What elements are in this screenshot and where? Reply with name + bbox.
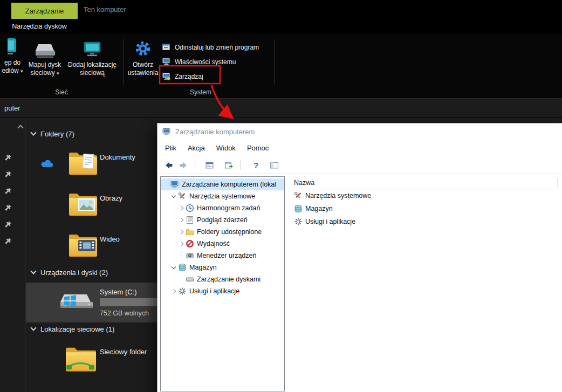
- ribbon-group-network-label: Sieć: [0, 88, 123, 96]
- network-folder-label: Sieciowy folder: [100, 348, 147, 356]
- export-list-button[interactable]: [222, 159, 236, 172]
- ribbon-separator: [274, 39, 275, 85]
- ribbon-group-system-label: System: [127, 88, 274, 96]
- ribbon-separator: [123, 39, 124, 85]
- address-bar[interactable]: puter: [0, 98, 562, 118]
- explorer-window-title: Ten komputer: [84, 0, 126, 19]
- onedrive-cloud-icon: [40, 157, 54, 168]
- folder-label: Dokumenty: [100, 153, 135, 161]
- tree-item-label: Usługi i aplikacje: [189, 287, 239, 295]
- list-item-narzędzia-systemowe[interactable]: Narzędzia systemowe: [290, 189, 561, 202]
- services-icon: [294, 217, 303, 226]
- list-item-label: Magazyn: [305, 205, 333, 212]
- map-network-drive-button[interactable]: Mapuj dysk sieciowy ▾: [25, 38, 65, 90]
- uninstall-icon: [162, 43, 171, 52]
- tree-item-label: Magazyn: [189, 264, 217, 271]
- folder-icon: [68, 191, 97, 216]
- tree-item-label: Narzędzia systemowe: [189, 192, 255, 200]
- eventlog-icon: [186, 216, 194, 224]
- clock-icon: [186, 204, 194, 212]
- menu-item-widok[interactable]: Widok: [216, 144, 236, 152]
- tree-item-label: Harmonogram zadań: [197, 204, 260, 212]
- list-item-magazyn[interactable]: Magazyn: [290, 202, 561, 215]
- expander-open-icon[interactable]: [170, 267, 177, 269]
- help-button[interactable]: ?: [249, 159, 263, 172]
- settings-gear-icon: [133, 38, 153, 58]
- computer-management-icon: [162, 127, 171, 136]
- tree-item-usługi-i-aplikacje[interactable]: Usługi i aplikacje: [161, 285, 284, 297]
- column-divider[interactable]: [557, 178, 558, 187]
- storage-icon: [178, 263, 187, 272]
- section-devices[interactable]: Urządzenia i dyski (2): [31, 269, 108, 277]
- ribbon-tab-manage-label: Zarządzanie: [25, 7, 64, 15]
- ribbon-tab-manage[interactable]: Zarządzanie: [11, 3, 78, 19]
- list-item-usługi-i-aplikacje[interactable]: Usługi i aplikacje: [290, 215, 561, 228]
- section-folders-label: Foldery (7): [40, 130, 74, 138]
- expander-closed-icon[interactable]: [177, 242, 184, 245]
- pin-icon: [4, 237, 12, 245]
- dropdown-caret-icon: ▾: [57, 71, 59, 76]
- media-icon: [8, 38, 17, 56]
- expander-open-icon[interactable]: [170, 196, 177, 197]
- section-devices-label: Urządzenia i dyski (2): [40, 269, 108, 277]
- console-window-button[interactable]: [203, 159, 216, 172]
- expander-closed-icon[interactable]: [177, 207, 184, 210]
- ribbon: ęp do ediów ▾ Mapuj dysk sieciowy ▾ Doda…: [0, 33, 562, 98]
- folder-label: Obrazy: [100, 194, 122, 202]
- tree-item-podgląd-zdarzeń[interactable]: Podgląd zdarzeń: [161, 214, 284, 226]
- ribbon-tab-disk-tools[interactable]: Narzędzia dysków: [4, 19, 74, 33]
- tree-item-label: Zarządzanie dyskami: [197, 276, 261, 283]
- systools-icon: [294, 191, 303, 200]
- menu-item-pomoc[interactable]: Pomoc: [247, 144, 269, 152]
- toolbar-separator: [195, 160, 195, 170]
- tree-item-harmonogram-zadań[interactable]: Harmonogram zadań: [161, 202, 284, 214]
- section-chevron-icon[interactable]: [30, 325, 36, 331]
- computer-management-window: Zarządzanie komputerem PlikAkcjaWidokPom…: [157, 123, 562, 392]
- toolbar-separator: [240, 160, 241, 170]
- list-column-header[interactable]: Nazwa: [290, 176, 561, 189]
- uninstall-button[interactable]: Odinstaluj lub zmień program: [162, 40, 259, 54]
- show-hide-pane-button[interactable]: [268, 159, 281, 172]
- services-icon: [178, 287, 187, 295]
- menu-item-plik[interactable]: Plik: [165, 144, 176, 152]
- list-item-label: Usługi i aplikacje: [305, 218, 355, 225]
- expander-closed-icon[interactable]: [177, 218, 184, 222]
- forward-button[interactable]: [177, 159, 190, 172]
- open-settings-button[interactable]: Otwórz ustawienia: [126, 38, 160, 90]
- tree-item-magazyn[interactable]: Magazyn: [161, 262, 284, 273]
- tree-item-zarządzanie-komputerem-lokal[interactable]: Zarządzanie komputerem (lokal: [161, 178, 284, 190]
- mmc-menubar: PlikAkcjaWidokPomoc: [157, 140, 562, 156]
- nav-scrollbar[interactable]: [16, 118, 25, 392]
- expander-closed-icon[interactable]: [177, 230, 184, 233]
- system-properties-button[interactable]: Właściwości systemu: [162, 55, 236, 68]
- tree-item-menedżer-urządzeń[interactable]: Menedżer urządzeń: [161, 250, 284, 262]
- list-column-header-label: Nazwa: [294, 179, 314, 187]
- list-item-label: Narzędzia systemowe: [305, 192, 371, 200]
- manage-button[interactable]: Zarządzaj: [162, 70, 203, 83]
- section-chevron-icon[interactable]: [30, 268, 36, 274]
- drive-free-space-label: 752 GB wolnych: [100, 310, 149, 317]
- mmc-window-title: Zarządzanie komputerem: [175, 128, 255, 136]
- folder-icon: [68, 150, 97, 175]
- back-button[interactable]: [162, 159, 175, 172]
- scroll-up-icon[interactable]: [17, 125, 23, 130]
- tree-item-wydajność[interactable]: Wydajność: [161, 238, 284, 250]
- access-media-button[interactable]: ęp do ediów ▾: [0, 38, 25, 90]
- add-network-location-button[interactable]: Dodaj lokalizację sieciową: [65, 38, 120, 90]
- section-folders[interactable]: Foldery (7): [31, 130, 74, 138]
- devmgr-icon: [186, 251, 194, 260]
- diskmgmt-icon: [186, 275, 194, 284]
- ribbon-tab-row: Narzędzia dysków: [0, 19, 562, 33]
- dropdown-caret-icon: ▾: [20, 68, 23, 74]
- expander-closed-icon[interactable]: [170, 290, 177, 293]
- tree-item-narzędzia-systemowe[interactable]: Narzędzia systemowe: [161, 190, 284, 202]
- mmc-titlebar[interactable]: Zarządzanie komputerem: [157, 123, 562, 140]
- explorer-titlebar: Zarządzanie Ten komputer: [0, 0, 562, 19]
- tree-item-zarządzanie-dyskami[interactable]: Zarządzanie dyskami: [161, 273, 284, 285]
- tree-item-foldery-udostępnione[interactable]: Foldery udostępnione: [161, 226, 284, 238]
- tree-item-label: Zarządzanie komputerem (lokal: [182, 181, 276, 188]
- mmc-list: Nazwa Narzędzia systemoweMagazynUsługi i…: [290, 176, 561, 391]
- section-network[interactable]: Lokalizacje sieciowe (1): [31, 325, 114, 333]
- menu-item-akcja[interactable]: Akcja: [188, 144, 205, 152]
- section-chevron-icon[interactable]: [30, 129, 36, 135]
